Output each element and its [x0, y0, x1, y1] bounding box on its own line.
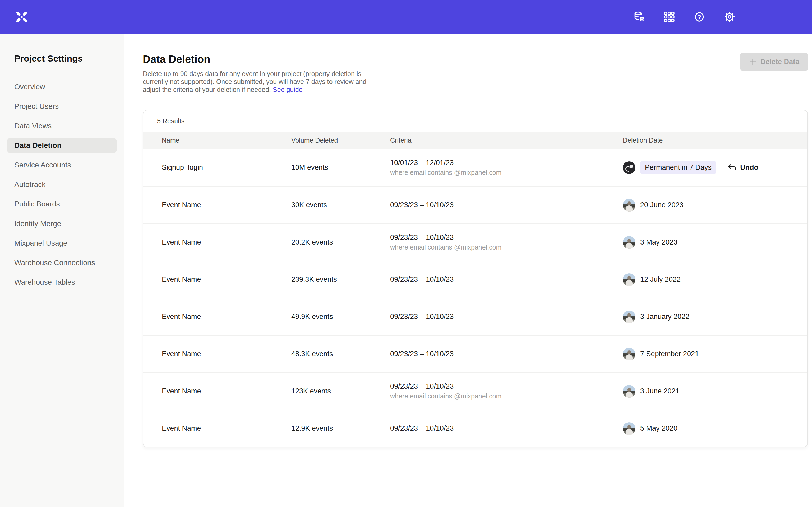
page-title: Data Deletion: [143, 53, 808, 65]
table-row: Event Name 239.3K events 09/23/23 – 10/1…: [143, 261, 807, 298]
row-criteria: 09/23/23 – 10/10/23: [390, 275, 623, 284]
row-deletion-date: 3 January 2022: [623, 311, 789, 323]
table-row: Event Name 123K events 09/23/23 – 10/10/…: [143, 372, 807, 409]
row-criteria: 10/01/23 – 12/01/23 where email contains…: [390, 159, 623, 176]
row-criteria: 09/23/23 – 10/10/23: [390, 425, 623, 433]
row-deletion-date: 12 July 2022: [623, 273, 789, 286]
row-volume: 239.3K events: [291, 275, 390, 284]
row-deletion-date: 20 June 2023: [623, 199, 789, 212]
row-name: Event Name: [162, 387, 291, 395]
deletion-table-card: 5 Results Name Volume Deleted Criteria D…: [143, 110, 808, 447]
help-icon[interactable]: ?: [693, 11, 706, 23]
row-volume: 48.3K events: [291, 350, 390, 358]
data-management-icon[interactable]: [633, 11, 646, 23]
delete-data-button[interactable]: Delete Data: [740, 53, 808, 71]
row-volume: 10M events: [291, 163, 390, 172]
avatar: [623, 199, 636, 212]
row-criteria: 09/23/23 – 10/10/23 where email contains…: [390, 382, 623, 400]
avatar: [623, 422, 636, 435]
table-header-row: Name Volume Deleted Criteria Deletion Da…: [143, 131, 807, 149]
row-criteria: 09/23/23 – 10/10/23: [390, 350, 623, 358]
table-row: Event Name 20.2K events 09/23/23 – 10/10…: [143, 223, 807, 261]
row-name: Event Name: [162, 275, 291, 284]
table-body: Signup_login 10M events 10/01/23 – 12/01…: [143, 149, 807, 447]
row-criteria-range: 09/23/23 – 10/10/23: [390, 425, 623, 433]
row-criteria: 09/23/23 – 10/10/23 where email contains…: [390, 233, 623, 251]
row-criteria: 09/23/23 – 10/10/23: [390, 313, 623, 321]
avatar: [623, 348, 636, 360]
deletion-date-text: 20 June 2023: [640, 201, 683, 209]
deletion-date-text: 12 July 2022: [640, 275, 680, 284]
avatar: [623, 161, 636, 174]
topbar-icon-group: ?: [633, 11, 736, 23]
row-criteria-range: 09/23/23 – 10/10/23: [390, 313, 623, 321]
avatar: [623, 273, 636, 286]
undo-button[interactable]: Undo: [727, 163, 758, 172]
apps-grid-icon[interactable]: [663, 11, 676, 23]
svg-text:?: ?: [698, 14, 701, 20]
table-row: Event Name 12.9K events 09/23/23 – 10/10…: [143, 409, 807, 447]
row-criteria-range: 09/23/23 – 10/10/23: [390, 201, 623, 209]
table-row: Event Name 49.9K events 09/23/23 – 10/10…: [143, 298, 807, 335]
sidebar-item-overview[interactable]: Overview: [7, 79, 117, 95]
mixpanel-logo-icon[interactable]: [15, 10, 29, 24]
column-header-deletion-date: Deletion Date: [623, 136, 789, 144]
row-criteria-filter: where email contains @mixpanel.com: [390, 169, 623, 176]
undo-label: Undo: [740, 163, 758, 172]
row-name: Event Name: [162, 313, 291, 321]
sidebar-item-data-deletion[interactable]: Data Deletion: [7, 137, 117, 154]
column-header-volume: Volume Deleted: [291, 136, 390, 144]
row-name: Signup_login: [162, 163, 291, 172]
sidebar-item-mixpanel-usage[interactable]: Mixpanel Usage: [7, 235, 117, 251]
row-criteria-range: 10/01/23 – 12/01/23: [390, 159, 623, 167]
row-deletion-date: Permanent in 7 Days Undo: [623, 161, 789, 174]
row-volume: 20.2K events: [291, 238, 390, 246]
avatar: [623, 385, 636, 398]
deletion-date-text: 7 September 2021: [640, 350, 699, 358]
sidebar: Project Settings Overview Project Users …: [0, 34, 124, 507]
row-criteria-filter: where email contains @mixpanel.com: [390, 243, 623, 251]
sidebar-item-warehouse-connections[interactable]: Warehouse Connections: [7, 255, 117, 271]
settings-gear-icon[interactable]: [723, 11, 736, 23]
row-volume: 49.9K events: [291, 313, 390, 321]
deletion-date-text: 5 May 2020: [640, 425, 677, 433]
row-criteria-range: 09/23/23 – 10/10/23: [390, 275, 623, 284]
see-guide-link[interactable]: See guide: [273, 86, 303, 93]
sidebar-title: Project Settings: [14, 53, 124, 64]
sidebar-nav: Overview Project Users Data Views Data D…: [7, 79, 117, 290]
row-volume: 123K events: [291, 387, 390, 395]
column-header-criteria: Criteria: [390, 136, 623, 144]
row-deletion-date: 7 September 2021: [623, 348, 789, 360]
row-deletion-date: 3 May 2023: [623, 236, 789, 249]
sidebar-item-project-users[interactable]: Project Users: [7, 99, 117, 114]
undo-icon: [727, 163, 737, 172]
status-badge: Permanent in 7 Days: [640, 161, 716, 174]
table-row: Event Name 30K events 09/23/23 – 10/10/2…: [143, 186, 807, 223]
row-name: Event Name: [162, 350, 291, 358]
column-header-name: Name: [162, 136, 291, 144]
topbar: ?: [0, 0, 812, 34]
sidebar-item-autotrack[interactable]: Autotrack: [7, 177, 117, 192]
avatar: [623, 311, 636, 323]
row-volume: 30K events: [291, 201, 390, 209]
table-row: Signup_login 10M events 10/01/23 – 12/01…: [143, 149, 807, 186]
plus-icon: [749, 58, 757, 66]
page-description: Delete up to 90 days data for any event …: [143, 70, 385, 94]
row-criteria-range: 09/23/23 – 10/10/23: [390, 350, 623, 358]
row-criteria-range: 09/23/23 – 10/10/23: [390, 382, 623, 391]
sidebar-item-public-boards[interactable]: Public Boards: [7, 196, 117, 212]
sidebar-item-warehouse-tables[interactable]: Warehouse Tables: [7, 274, 117, 290]
page-description-text: Delete up to 90 days data for any event …: [143, 70, 366, 93]
deletion-date-text: 3 January 2022: [640, 313, 689, 321]
avatar: [623, 236, 636, 249]
row-name: Event Name: [162, 201, 291, 209]
sidebar-item-identity-merge[interactable]: Identity Merge: [7, 216, 117, 232]
row-deletion-date: 5 May 2020: [623, 422, 789, 435]
sidebar-item-data-views[interactable]: Data Views: [7, 118, 117, 134]
main-content: Data Deletion Delete up to 90 days data …: [124, 34, 812, 507]
row-deletion-date: 3 June 2021: [623, 385, 789, 398]
row-volume: 12.9K events: [291, 425, 390, 433]
row-name: Event Name: [162, 238, 291, 246]
sidebar-item-service-accounts[interactable]: Service Accounts: [7, 157, 117, 173]
row-name: Event Name: [162, 425, 291, 433]
